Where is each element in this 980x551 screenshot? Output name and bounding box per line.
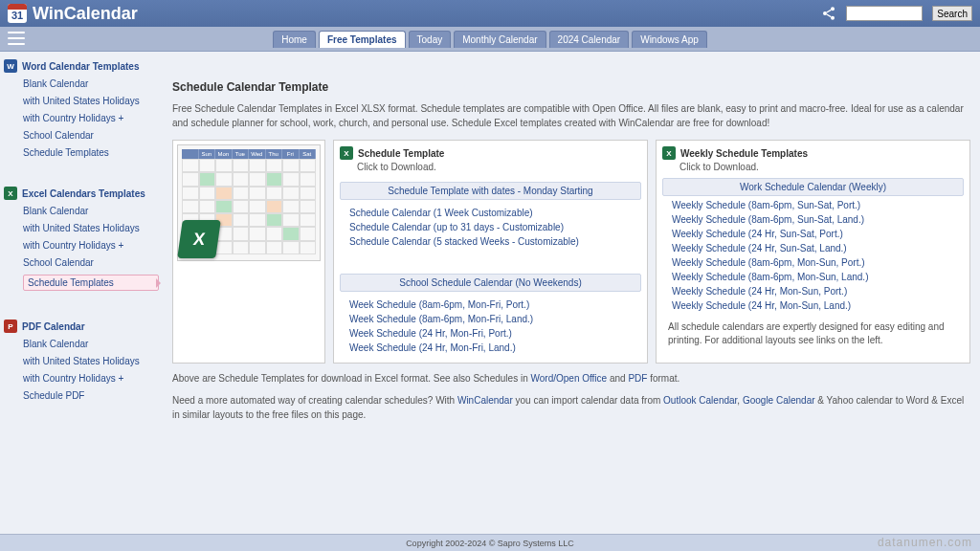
watermark: datanumen.com bbox=[878, 536, 972, 549]
logo-icon: 31 bbox=[8, 4, 27, 23]
mid-column: XSchedule Template Click to Download. Sc… bbox=[333, 140, 648, 364]
hamburger-icon[interactable] bbox=[8, 32, 25, 45]
sidebar-item[interactable]: Blank Calendar bbox=[23, 339, 159, 349]
template-thumbnail: SunMonTueWedThuFriSat X bbox=[177, 144, 321, 261]
download-link[interactable]: Week Schedule (24 Hr, Mon-Fri, Land.) bbox=[349, 342, 632, 353]
tab-home[interactable]: Home bbox=[273, 31, 316, 48]
download-link[interactable]: Week Schedule (24 Hr, Mon-Fri, Port.) bbox=[349, 328, 632, 339]
right-sub: Click to Download. bbox=[679, 162, 964, 172]
sidebar-head-pdf[interactable]: PPDF Calendar bbox=[4, 320, 159, 333]
tab-today[interactable]: Today bbox=[409, 31, 452, 48]
mid-sub: Click to Download. bbox=[357, 162, 641, 172]
word-icon: W bbox=[4, 59, 17, 73]
top-bar: 31 WinCalendar Search bbox=[0, 0, 980, 27]
bottom-text-1: Above are Schedule Templates for downloa… bbox=[172, 371, 970, 386]
nav-bar: HomeFree TemplatesTodayMonthly Calendar2… bbox=[0, 27, 980, 52]
sidebar-item[interactable]: Blank Calendar bbox=[23, 78, 159, 89]
download-link[interactable]: Weekly Schedule (8am-6pm, Sun-Sat, Port.… bbox=[672, 200, 954, 210]
sidebar-item[interactable]: with United States Holidays bbox=[23, 356, 159, 366]
excel-icon: X bbox=[662, 146, 676, 160]
sidebar-item[interactable]: Schedule PDF bbox=[23, 390, 159, 401]
bottom-text-2: Need a more automated way of creating ca… bbox=[172, 393, 970, 422]
sidebar-item[interactable]: with Country Holidays + bbox=[23, 113, 159, 123]
svg-point-2 bbox=[831, 16, 835, 20]
excel-icon: X bbox=[340, 146, 353, 160]
download-link[interactable]: Week Schedule (8am-6pm, Mon-Fri, Land.) bbox=[349, 314, 632, 324]
link-google[interactable]: Google Calendar bbox=[743, 395, 815, 406]
main-content: Schedule Calendar Template Free Schedule… bbox=[163, 52, 980, 437]
link-word[interactable]: Word/Open Office bbox=[530, 373, 607, 384]
right-note: All schedule calendars are expertly desi… bbox=[668, 320, 958, 347]
svg-point-1 bbox=[823, 11, 827, 15]
pdf-icon: P bbox=[4, 320, 17, 333]
footer: Copyright 2002-2024 © Sapro Systems LLC bbox=[0, 534, 980, 551]
search-input[interactable] bbox=[846, 6, 923, 21]
right-group-title: Work Schedule Calendar (Weekly) bbox=[662, 178, 964, 196]
page-title: Schedule Calendar Template bbox=[172, 80, 970, 94]
link-wincalendar[interactable]: WinCalendar bbox=[457, 395, 513, 406]
tab-free-templates[interactable]: Free Templates bbox=[319, 31, 406, 48]
share-icon[interactable] bbox=[821, 6, 836, 21]
sidebar-item[interactable]: School Calendar bbox=[23, 257, 159, 268]
download-link[interactable]: Weekly Schedule (8am-6pm, Sun-Sat, Land.… bbox=[672, 214, 954, 225]
search-button[interactable]: Search bbox=[932, 6, 972, 21]
download-link[interactable]: Week Schedule (8am-6pm, Mon-Fri, Port.) bbox=[349, 299, 632, 310]
download-link[interactable]: Schedule Calendar (5 stacked Weeks - Cus… bbox=[349, 236, 632, 247]
tab-2024-calendar[interactable]: 2024 Calendar bbox=[549, 31, 630, 48]
mid-group1-title: Schedule Template with dates - Monday St… bbox=[340, 182, 641, 200]
download-link[interactable]: Weekly Schedule (8am-6pm, Mon-Sun, Land.… bbox=[672, 272, 954, 282]
sidebar-item[interactable]: School Calendar bbox=[23, 130, 159, 141]
link-outlook[interactable]: Outlook Calendar bbox=[663, 395, 737, 406]
right-heading: Weekly Schedule Templates bbox=[680, 148, 808, 159]
link-pdf[interactable]: PDF bbox=[628, 373, 647, 384]
excel-icon: X bbox=[177, 220, 221, 258]
sidebar-item[interactable]: Schedule Templates bbox=[23, 147, 159, 158]
preview-column: SunMonTueWedThuFriSat X bbox=[172, 140, 325, 364]
sidebar-item[interactable]: with United States Holidays bbox=[23, 223, 159, 233]
download-link[interactable]: Weekly Schedule (24 Hr, Sun-Sat, Port.) bbox=[672, 229, 954, 239]
download-link[interactable]: Weekly Schedule (8am-6pm, Mon-Sun, Port.… bbox=[672, 257, 954, 268]
sidebar-item[interactable]: Blank Calendar bbox=[23, 206, 159, 216]
download-link[interactable]: Schedule Calendar (up to 31 days - Custo… bbox=[349, 222, 632, 232]
sidebar-item[interactable]: with United States Holidays bbox=[23, 96, 159, 106]
mid-group2-title: School Schedule Calendar (No Weekends) bbox=[340, 274, 641, 292]
tab-monthly-calendar[interactable]: Monthly Calendar bbox=[454, 31, 546, 48]
download-link[interactable]: Weekly Schedule (24 Hr, Mon-Sun, Land.) bbox=[672, 300, 954, 311]
mid-heading: Schedule Template bbox=[358, 148, 444, 159]
site-title: WinCalendar bbox=[33, 4, 138, 24]
download-link[interactable]: Weekly Schedule (24 Hr, Sun-Sat, Land.) bbox=[672, 243, 954, 253]
intro-text: Free Schedule Calendar Templates in Exce… bbox=[172, 101, 970, 130]
excel-icon: X bbox=[4, 187, 17, 200]
right-column: XWeekly Schedule Templates Click to Down… bbox=[656, 140, 970, 364]
svg-point-0 bbox=[831, 7, 835, 11]
sidebar-head-word[interactable]: WWord Calendar Templates bbox=[4, 59, 159, 73]
sidebar-head-excel[interactable]: XExcel Calendars Templates bbox=[4, 187, 159, 200]
download-link[interactable]: Schedule Calendar (1 Week Customizable) bbox=[349, 208, 632, 218]
tab-windows-app[interactable]: Windows App bbox=[632, 31, 707, 48]
sidebar-item[interactable]: with Country Holidays + bbox=[23, 373, 159, 384]
sidebar-item[interactable]: Schedule Templates bbox=[23, 275, 159, 291]
download-link[interactable]: Weekly Schedule (24 Hr, Mon-Sun, Port.) bbox=[672, 286, 954, 297]
sidebar: WWord Calendar TemplatesBlank Calendarwi… bbox=[0, 52, 163, 437]
sidebar-item[interactable]: with Country Holidays + bbox=[23, 240, 159, 251]
